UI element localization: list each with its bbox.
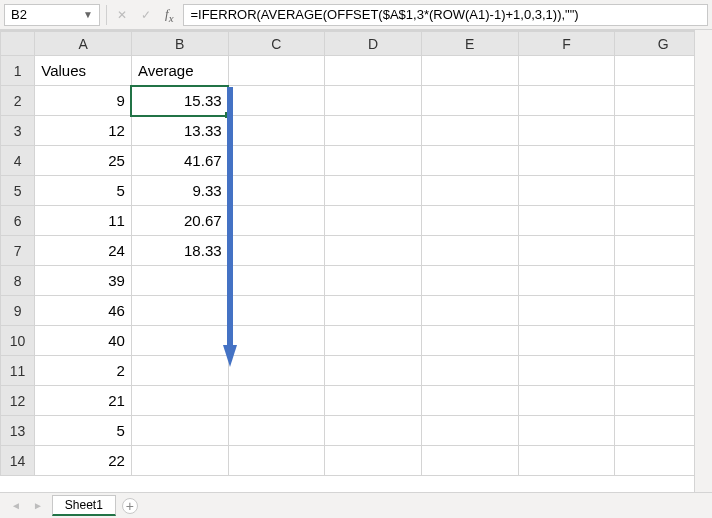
row-header[interactable]: 12 — [1, 386, 35, 416]
cell[interactable] — [518, 326, 615, 356]
cell[interactable] — [325, 86, 422, 116]
cell[interactable] — [228, 146, 325, 176]
cell[interactable] — [228, 296, 325, 326]
row-header[interactable]: 1 — [1, 56, 35, 86]
cell[interactable] — [421, 206, 518, 236]
cell-B5[interactable]: 9.33 — [131, 176, 228, 206]
col-header-D[interactable]: D — [325, 32, 422, 56]
cell[interactable] — [228, 86, 325, 116]
cell-B8[interactable] — [131, 266, 228, 296]
cell[interactable] — [228, 446, 325, 476]
cell[interactable] — [228, 116, 325, 146]
cell[interactable] — [325, 236, 422, 266]
row-header[interactable]: 4 — [1, 146, 35, 176]
cell[interactable] — [325, 416, 422, 446]
cell[interactable] — [421, 356, 518, 386]
cell[interactable] — [518, 86, 615, 116]
cell[interactable] — [518, 176, 615, 206]
cell[interactable] — [518, 386, 615, 416]
row-header[interactable]: 8 — [1, 266, 35, 296]
row-header[interactable]: 3 — [1, 116, 35, 146]
name-box-dropdown-icon[interactable]: ▼ — [83, 9, 93, 20]
cell-A10[interactable]: 40 — [35, 326, 132, 356]
cell-A11[interactable]: 2 — [35, 356, 132, 386]
cell[interactable] — [228, 326, 325, 356]
cell[interactable] — [421, 386, 518, 416]
cell[interactable] — [228, 386, 325, 416]
cell[interactable] — [228, 266, 325, 296]
row-header[interactable]: 10 — [1, 326, 35, 356]
cell[interactable] — [228, 56, 325, 86]
cell-B9[interactable] — [131, 296, 228, 326]
cell[interactable] — [518, 56, 615, 86]
cell[interactable] — [518, 146, 615, 176]
cell-B7[interactable]: 18.33 — [131, 236, 228, 266]
cell[interactable] — [325, 356, 422, 386]
cell[interactable] — [325, 266, 422, 296]
cell-B10[interactable] — [131, 326, 228, 356]
cell-B2[interactable]: 15.33 — [131, 86, 228, 116]
row-header[interactable]: 14 — [1, 446, 35, 476]
cell-A5[interactable]: 5 — [35, 176, 132, 206]
cell-B11[interactable] — [131, 356, 228, 386]
cell[interactable] — [518, 206, 615, 236]
cell[interactable] — [421, 446, 518, 476]
cell[interactable] — [518, 236, 615, 266]
cell[interactable] — [518, 266, 615, 296]
cell[interactable] — [325, 116, 422, 146]
cell-A2[interactable]: 9 — [35, 86, 132, 116]
cell[interactable] — [325, 176, 422, 206]
cell[interactable] — [228, 236, 325, 266]
cell-A12[interactable]: 21 — [35, 386, 132, 416]
cell[interactable] — [228, 356, 325, 386]
cell[interactable] — [325, 56, 422, 86]
row-header[interactable]: 6 — [1, 206, 35, 236]
cell-A6[interactable]: 11 — [35, 206, 132, 236]
cell[interactable] — [421, 116, 518, 146]
cell[interactable] — [228, 206, 325, 236]
col-header-F[interactable]: F — [518, 32, 615, 56]
cell[interactable] — [518, 296, 615, 326]
cell[interactable] — [518, 446, 615, 476]
cell[interactable] — [518, 416, 615, 446]
col-header-A[interactable]: A — [35, 32, 132, 56]
cell-A8[interactable]: 39 — [35, 266, 132, 296]
cell[interactable] — [228, 416, 325, 446]
cell[interactable] — [325, 446, 422, 476]
cell[interactable] — [421, 56, 518, 86]
cell-B12[interactable] — [131, 386, 228, 416]
cell[interactable] — [421, 176, 518, 206]
cell[interactable] — [325, 296, 422, 326]
cell-A1[interactable]: Values — [35, 56, 132, 86]
row-header[interactable]: 2 — [1, 86, 35, 116]
add-sheet-button[interactable]: + — [122, 498, 138, 514]
row-header[interactable]: 13 — [1, 416, 35, 446]
row-header[interactable]: 7 — [1, 236, 35, 266]
cell[interactable] — [421, 266, 518, 296]
tab-nav-prev-icon[interactable]: ◄ — [8, 500, 24, 511]
sheet-tab-active[interactable]: Sheet1 — [52, 495, 116, 516]
cell-A4[interactable]: 25 — [35, 146, 132, 176]
col-header-B[interactable]: B — [131, 32, 228, 56]
cell-A9[interactable]: 46 — [35, 296, 132, 326]
cell[interactable] — [518, 116, 615, 146]
col-header-E[interactable]: E — [421, 32, 518, 56]
cell-B6[interactable]: 20.67 — [131, 206, 228, 236]
cell-A3[interactable]: 12 — [35, 116, 132, 146]
formula-input[interactable]: =IFERROR(AVERAGE(OFFSET($A$1,3*(ROW(A1)-… — [183, 4, 708, 26]
cell-B3[interactable]: 13.33 — [131, 116, 228, 146]
cell-B1[interactable]: Average — [131, 56, 228, 86]
name-box[interactable]: B2 ▼ — [4, 4, 100, 26]
cell[interactable] — [518, 356, 615, 386]
cell[interactable] — [325, 146, 422, 176]
cell[interactable] — [421, 296, 518, 326]
cell[interactable] — [421, 236, 518, 266]
cell[interactable] — [421, 86, 518, 116]
cell[interactable] — [228, 176, 325, 206]
cell-B4[interactable]: 41.67 — [131, 146, 228, 176]
cell[interactable] — [325, 326, 422, 356]
cell-A7[interactable]: 24 — [35, 236, 132, 266]
cell-A13[interactable]: 5 — [35, 416, 132, 446]
row-header[interactable]: 11 — [1, 356, 35, 386]
fx-icon[interactable]: fx — [161, 6, 177, 24]
